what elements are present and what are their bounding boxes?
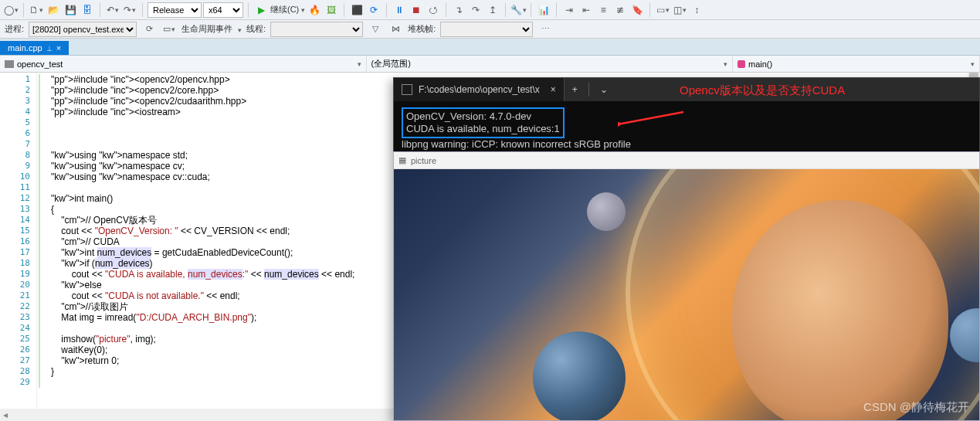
outdent-icon[interactable]: ⇤ <box>578 2 594 18</box>
tab-menu-icon[interactable]: ⌄ <box>592 84 615 95</box>
picture-content <box>394 169 979 420</box>
picture-title: picture <box>411 156 436 165</box>
separator <box>531 3 531 17</box>
file-tab-bar: main.cpp ⟂ × <box>0 39 980 56</box>
step-into-icon[interactable]: ↴ <box>451 2 466 18</box>
change-marker <box>39 74 40 388</box>
stackframe-select[interactable] <box>440 22 533 37</box>
separator <box>588 83 589 97</box>
line-gutter: 1234567891011121314151617181920212223242… <box>0 73 37 421</box>
hot-reload-icon[interactable]: 🔥 <box>307 2 322 18</box>
lifecycle-label: 生命周期事件 <box>181 23 232 35</box>
separator <box>386 3 387 17</box>
start-icon[interactable]: ▶ <box>253 2 269 18</box>
undo-icon[interactable]: ↶ <box>105 2 120 18</box>
lifecycle-drop[interactable] <box>237 25 242 34</box>
chart-icon[interactable]: 📊 <box>536 2 551 18</box>
separator <box>23 3 24 17</box>
scope-bar: opencv_test ▾ (全局范围) ▾ main() ▾ <box>0 56 980 73</box>
separator <box>344 3 344 17</box>
close-tab-icon[interactable]: × <box>56 43 61 53</box>
console-highlight: OpenCV_Version: 4.7.0-dev CUDA is availa… <box>402 107 565 138</box>
config-select[interactable]: Release <box>148 2 202 18</box>
chevron-down-icon: ▾ <box>724 60 727 68</box>
function-icon <box>738 60 745 68</box>
scope-project-label: opencv_test <box>17 59 63 69</box>
separator <box>142 3 143 17</box>
process-select[interactable]: [28020] opencv_test.exe <box>29 22 137 37</box>
separator <box>446 3 446 17</box>
file-tab-main[interactable]: main.cpp ⟂ × <box>0 41 69 55</box>
console-line: libpng warning: iCCP: known incorrect sR… <box>402 138 972 151</box>
new-tab-icon[interactable]: + <box>565 84 585 95</box>
console-line: CUDA is available, num_devices:1 <box>406 123 560 135</box>
chevron-down-icon: ▾ <box>358 60 361 68</box>
lifecycle-icon[interactable]: ⟳ <box>141 22 157 37</box>
terminal-icon <box>402 84 412 95</box>
separator <box>505 3 506 17</box>
thread-filter-icon[interactable]: ⋈ <box>388 22 403 37</box>
save-icon[interactable]: 💾 <box>63 2 78 18</box>
scope-project[interactable]: opencv_test ▾ <box>0 56 367 72</box>
pin-icon[interactable]: ⟂ <box>47 44 52 53</box>
chevron-down-icon: ▾ <box>971 60 975 68</box>
picture-titlebar[interactable]: ▦ picture <box>394 152 979 169</box>
picture-window: ▦ picture <box>393 151 980 421</box>
platform-select[interactable]: x64 <box>203 2 243 18</box>
image-icon: ▦ <box>398 155 406 165</box>
main-toolbar: ◯ 🗋 📂 💾 🗄 ↶ ↷ Release x64 ▶ 继续(C) 🔥 🖼 ⬛ … <box>0 0 980 20</box>
image-planet <box>587 192 626 231</box>
scope-function[interactable]: main() ▾ <box>733 56 980 72</box>
svg-line-1 <box>622 112 683 124</box>
split-icon[interactable]: ◫ <box>672 2 687 18</box>
pause-icon[interactable]: ⏸ <box>392 2 407 18</box>
stop-debug-icon[interactable]: ⏹ <box>409 2 424 18</box>
misc2-icon[interactable]: ⋯ <box>537 22 553 37</box>
scope-ns-label: (全局范围) <box>371 58 411 70</box>
lifecycle-drop-icon[interactable]: ▭ <box>161 22 177 37</box>
separator <box>556 3 557 17</box>
image-face <box>732 200 948 420</box>
debug-toolbar: 进程: [28020] opencv_test.exe ⟳ ▭ 生命周期事件 线… <box>0 20 980 39</box>
tools-icon[interactable]: 🔧 <box>510 2 526 18</box>
uncomment-icon[interactable]: ≢ <box>612 2 628 18</box>
save-all-icon[interactable]: 🗄 <box>80 2 95 18</box>
thread-label: 线程: <box>246 23 266 35</box>
thread-select[interactable] <box>270 22 363 37</box>
browser-icon[interactable]: 🖼 <box>324 2 339 18</box>
filter-icon[interactable]: ▽ <box>368 22 383 37</box>
new-item-icon[interactable]: 🗋 <box>29 2 44 18</box>
indent-icon[interactable]: ⇥ <box>561 2 577 18</box>
watermark: CSDN @静待梅花开 <box>863 400 969 415</box>
misc-icon[interactable]: ↕ <box>689 2 704 18</box>
stop-icon[interactable]: ⬛ <box>349 2 365 18</box>
console-tab[interactable]: F:\codes\demo\opencv_test\x × <box>394 78 565 101</box>
annotation-text: Opencv版本以及是否支持CUDA <box>680 83 845 98</box>
project-icon <box>5 60 14 68</box>
refresh-icon[interactable]: ⭯ <box>426 2 441 18</box>
scope-func-label: main() <box>748 59 772 69</box>
restart-icon[interactable]: ⟳ <box>366 2 381 18</box>
continue-label[interactable]: 继续(C) <box>270 4 299 15</box>
continue-drop-icon[interactable] <box>300 5 305 14</box>
separator <box>248 3 249 17</box>
separator <box>649 3 650 17</box>
separator <box>100 3 100 17</box>
chevron-left-icon[interactable]: ◂ <box>3 409 8 420</box>
bookmark-icon[interactable]: 🔖 <box>629 2 645 18</box>
stackframe-label: 堆栈帧: <box>408 23 436 35</box>
redo-icon[interactable]: ↷ <box>122 2 137 18</box>
step-out-icon[interactable]: ↥ <box>485 2 500 18</box>
comment-icon[interactable]: ≡ <box>595 2 611 18</box>
nav-back-icon[interactable]: ◯ <box>3 2 19 18</box>
console-line: OpenCV_Version: 4.7.0-dev <box>406 110 560 123</box>
window-icon[interactable]: ▭ <box>655 2 670 18</box>
scope-namespace[interactable]: (全局范围) ▾ <box>367 56 734 72</box>
annotation-arrow-icon <box>618 108 687 131</box>
step-over-icon[interactable]: ↷ <box>468 2 483 18</box>
open-icon[interactable]: 📂 <box>46 2 61 18</box>
image-planet <box>533 331 626 420</box>
file-tab-label: main.cpp <box>8 43 42 53</box>
close-icon[interactable]: × <box>551 84 556 95</box>
console-tab-title: F:\codes\demo\opencv_test\x <box>419 84 540 95</box>
